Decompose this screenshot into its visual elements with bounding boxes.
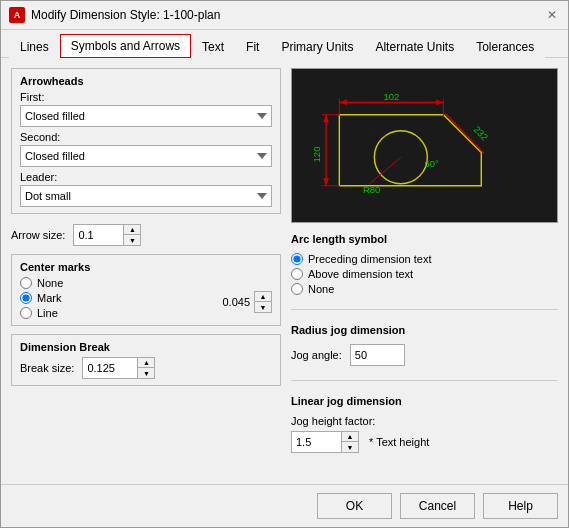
- break-size-down-button[interactable]: ▼: [138, 368, 154, 378]
- first-label: First:: [20, 91, 272, 103]
- close-button[interactable]: ✕: [544, 7, 560, 23]
- title-bar-left: A Modify Dimension Style: 1-100-plan: [9, 7, 220, 23]
- arrowheads-section: Arrowheads First: Closed filled Closed D…: [11, 68, 281, 214]
- jog-height-row: Jog height factor:: [291, 415, 558, 427]
- svg-text:R80: R80: [363, 184, 380, 195]
- leader-dropdown[interactable]: Dot small Closed filled Open: [20, 185, 272, 207]
- linear-jog-up-button[interactable]: ▲: [342, 432, 358, 442]
- content-area: Arrowheads First: Closed filled Closed D…: [1, 58, 568, 484]
- above-radio-row: Above dimension text: [291, 268, 558, 280]
- arc-length-label: Arc length symbol: [291, 233, 558, 245]
- linear-jog-down-button[interactable]: ▼: [342, 442, 358, 452]
- main-window: A Modify Dimension Style: 1-100-plan ✕ L…: [0, 0, 569, 528]
- none-radio-label: None: [37, 277, 63, 289]
- arrow-size-spinbox: 0.1 ▲ ▼: [73, 224, 141, 246]
- arrow-size-input[interactable]: 0.1: [73, 224, 123, 246]
- break-size-input[interactable]: 0.125: [82, 357, 137, 379]
- break-size-up-button[interactable]: ▲: [138, 358, 154, 368]
- tab-fit[interactable]: Fit: [235, 35, 270, 58]
- title-bar: A Modify Dimension Style: 1-100-plan ✕: [1, 1, 568, 30]
- right-panel: 102 120 232 R80: [291, 68, 558, 474]
- arrow-size-down-button[interactable]: ▼: [124, 235, 140, 245]
- preceding-radio[interactable]: [291, 253, 303, 265]
- arc-radio-group: Preceding dimension text Above dimension…: [291, 253, 558, 295]
- break-size-spin-buttons: ▲ ▼: [137, 357, 155, 379]
- tab-alternate-units[interactable]: Alternate Units: [364, 35, 465, 58]
- linear-jog-spin-buttons: ▲ ▼: [341, 431, 359, 453]
- svg-text:102: 102: [383, 91, 399, 102]
- mark-radio-row: Mark: [20, 292, 63, 304]
- app-icon: A: [9, 7, 25, 23]
- tab-symbols-arrows[interactable]: Symbols and Arrows: [60, 34, 191, 58]
- jog-angle-input[interactable]: 50: [350, 344, 405, 366]
- ok-button[interactable]: OK: [317, 493, 392, 519]
- second-label: Second:: [20, 131, 272, 143]
- arrowheads-label: Arrowheads: [20, 75, 272, 87]
- jog-height-label: Jog height factor:: [291, 415, 375, 427]
- arc-none-radio[interactable]: [291, 283, 303, 295]
- break-size-label: Break size:: [20, 362, 74, 374]
- break-size-spinbox: 0.125 ▲ ▼: [82, 357, 155, 379]
- preceding-radio-row: Preceding dimension text: [291, 253, 558, 265]
- mark-radio-label: Mark: [37, 292, 61, 304]
- arrow-size-area: Arrow size: 0.1 ▲ ▼: [11, 224, 281, 246]
- separator2: [291, 380, 558, 381]
- arrow-size-spin-buttons: ▲ ▼: [123, 224, 141, 246]
- tab-lines[interactable]: Lines: [9, 35, 60, 58]
- dimension-break-section: Dimension Break Break size: 0.125 ▲ ▼: [11, 334, 281, 386]
- text-height-label: * Text height: [369, 436, 429, 448]
- radius-jog-label: Radius jog dimension: [291, 324, 558, 336]
- tab-primary-units[interactable]: Primary Units: [270, 35, 364, 58]
- mark-value-label: 0.045: [222, 296, 250, 308]
- tab-tolerances[interactable]: Tolerances: [465, 35, 545, 58]
- help-button[interactable]: Help: [483, 493, 558, 519]
- svg-text:60°: 60°: [425, 158, 440, 169]
- center-marks-label: Center marks: [20, 261, 272, 273]
- none-radio-row: None: [20, 277, 63, 289]
- above-radio[interactable]: [291, 268, 303, 280]
- arc-none-radio-row: None: [291, 283, 558, 295]
- first-dropdown[interactable]: Closed filled Closed Dot small: [20, 105, 272, 127]
- linear-jog-input[interactable]: 1.5: [291, 431, 341, 453]
- line-radio[interactable]: [20, 307, 32, 319]
- line-radio-label: Line: [37, 307, 58, 319]
- second-dropdown[interactable]: Closed filled Closed Dot small: [20, 145, 272, 167]
- center-marks-radio-group: None Mark Line: [20, 277, 63, 319]
- center-mark-spin-buttons: ▲ ▼: [254, 291, 272, 313]
- center-marks-section: Center marks None Mark Line: [11, 254, 281, 326]
- center-mark-down-button[interactable]: ▼: [255, 302, 271, 312]
- cad-preview-svg: 102 120 232 R80: [292, 69, 557, 222]
- left-panel: Arrowheads First: Closed filled Closed D…: [11, 68, 281, 474]
- window-title: Modify Dimension Style: 1-100-plan: [31, 8, 220, 22]
- above-label: Above dimension text: [308, 268, 413, 280]
- jog-angle-row: Jog angle: 50: [291, 344, 558, 366]
- arc-none-label: None: [308, 283, 334, 295]
- jog-angle-label: Jog angle:: [291, 349, 342, 361]
- preview-box: 102 120 232 R80: [291, 68, 558, 223]
- center-mark-up-button[interactable]: ▲: [255, 292, 271, 302]
- radius-jog-section: Radius jog dimension Jog angle: 50: [291, 324, 558, 366]
- tab-bar: Lines Symbols and Arrows Text Fit Primar…: [1, 30, 568, 58]
- bottom-bar: OK Cancel Help: [1, 484, 568, 527]
- mark-radio[interactable]: [20, 292, 32, 304]
- tab-text[interactable]: Text: [191, 35, 235, 58]
- cancel-button[interactable]: Cancel: [400, 493, 475, 519]
- linear-jog-label: Linear jog dimension: [291, 395, 558, 407]
- dimension-break-label: Dimension Break: [20, 341, 272, 353]
- linear-jog-section: Linear jog dimension Jog height factor: …: [291, 395, 558, 453]
- none-radio[interactable]: [20, 277, 32, 289]
- linear-jog-input-row: 1.5 ▲ ▼ * Text height: [291, 431, 558, 453]
- svg-text:120: 120: [311, 147, 322, 163]
- leader-label: Leader:: [20, 171, 272, 183]
- separator1: [291, 309, 558, 310]
- linear-jog-spinbox: 1.5 ▲ ▼: [291, 431, 359, 453]
- arrow-size-label: Arrow size:: [11, 229, 65, 241]
- arrow-size-up-button[interactable]: ▲: [124, 225, 140, 235]
- arc-length-section: Arc length symbol Preceding dimension te…: [291, 233, 558, 295]
- line-radio-row: Line: [20, 307, 63, 319]
- preceding-label: Preceding dimension text: [308, 253, 432, 265]
